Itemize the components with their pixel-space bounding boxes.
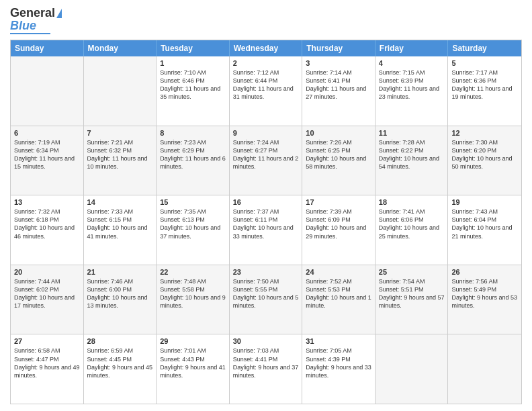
day-number: 15 (160, 198, 226, 206)
calendar-cell-17: 17Sunrise: 7:39 AM Sunset: 6:09 PM Dayli… (302, 195, 375, 265)
day-number: 23 (233, 268, 299, 276)
day-number: 26 (451, 268, 518, 276)
day-number: 27 (14, 337, 80, 345)
day-info: Sunrise: 7:54 AM Sunset: 5:51 PM Dayligh… (379, 277, 445, 310)
day-number: 18 (379, 198, 445, 206)
calendar-cell-13: 13Sunrise: 7:32 AM Sunset: 6:18 PM Dayli… (11, 195, 84, 265)
calendar-cell-1: 1Sunrise: 7:10 AM Sunset: 6:46 PM Daylig… (157, 56, 230, 126)
day-info: Sunrise: 7:35 AM Sunset: 6:13 PM Dayligh… (160, 208, 226, 240)
day-info: Sunrise: 7:30 AM Sunset: 6:20 PM Dayligh… (451, 138, 518, 171)
calendar-cell-11: 11Sunrise: 7:28 AM Sunset: 6:22 PM Dayli… (375, 126, 449, 195)
day-info: Sunrise: 7:10 AM Sunset: 6:46 PM Dayligh… (160, 68, 226, 101)
calendar-cell-9: 9Sunrise: 7:24 AM Sunset: 6:27 PM Daylig… (230, 126, 303, 195)
calendar-header: SundayMondayTuesdayWednesdayThursdayFrid… (11, 40, 521, 56)
day-number: 2 (233, 59, 299, 67)
calendar-cell-20: 20Sunrise: 7:44 AM Sunset: 6:02 PM Dayli… (11, 265, 84, 334)
day-info: Sunrise: 7:01 AM Sunset: 4:43 PM Dayligh… (160, 347, 226, 379)
day-info: Sunrise: 7:28 AM Sunset: 6:22 PM Dayligh… (379, 138, 445, 171)
calendar-cell-5: 5Sunrise: 7:17 AM Sunset: 6:36 PM Daylig… (448, 56, 521, 126)
day-info: Sunrise: 7:32 AM Sunset: 6:18 PM Dayligh… (14, 208, 80, 240)
calendar-cell-empty-4-6 (448, 334, 521, 404)
day-info: Sunrise: 7:26 AM Sunset: 6:25 PM Dayligh… (306, 138, 371, 171)
day-number: 17 (306, 198, 371, 206)
day-number: 25 (379, 268, 445, 276)
day-number: 10 (306, 129, 371, 137)
day-number: 31 (306, 337, 371, 345)
calendar-cell-25: 25Sunrise: 7:54 AM Sunset: 5:51 PM Dayli… (375, 265, 449, 334)
day-number: 29 (160, 337, 226, 345)
day-number: 24 (306, 268, 371, 276)
calendar-cell-28: 28Sunrise: 6:59 AM Sunset: 4:45 PM Dayli… (84, 334, 157, 404)
day-info: Sunrise: 7:21 AM Sunset: 6:32 PM Dayligh… (87, 138, 153, 171)
calendar-cell-2: 2Sunrise: 7:12 AM Sunset: 6:44 PM Daylig… (230, 56, 303, 126)
calendar-cell-23: 23Sunrise: 7:50 AM Sunset: 5:55 PM Dayli… (230, 265, 303, 334)
day-number: 8 (160, 129, 226, 137)
day-info: Sunrise: 7:17 AM Sunset: 6:36 PM Dayligh… (451, 68, 518, 101)
calendar-row-4: 27Sunrise: 6:58 AM Sunset: 4:47 PM Dayli… (11, 334, 521, 404)
calendar-cell-7: 7Sunrise: 7:21 AM Sunset: 6:32 PM Daylig… (84, 126, 157, 195)
day-info: Sunrise: 7:33 AM Sunset: 6:15 PM Dayligh… (87, 208, 153, 240)
day-number: 20 (14, 268, 80, 276)
day-info: Sunrise: 7:03 AM Sunset: 4:41 PM Dayligh… (233, 347, 299, 379)
calendar-cell-empty-0-1 (84, 56, 157, 126)
calendar-cell-19: 19Sunrise: 7:43 AM Sunset: 6:04 PM Dayli… (448, 195, 521, 265)
day-info: Sunrise: 7:50 AM Sunset: 5:55 PM Dayligh… (233, 277, 299, 310)
calendar-cell-15: 15Sunrise: 7:35 AM Sunset: 6:13 PM Dayli… (157, 195, 230, 265)
calendar-row-1: 6Sunrise: 7:19 AM Sunset: 6:34 PM Daylig… (11, 126, 521, 195)
logo: General Blue (10, 7, 62, 34)
day-number: 16 (233, 198, 299, 206)
day-info: Sunrise: 7:15 AM Sunset: 6:39 PM Dayligh… (379, 68, 445, 101)
calendar-cell-empty-4-5 (375, 334, 449, 404)
day-number: 11 (379, 129, 445, 137)
day-number: 13 (14, 198, 80, 206)
header: General Blue (10, 7, 522, 34)
calendar-cell-30: 30Sunrise: 7:03 AM Sunset: 4:41 PM Dayli… (230, 334, 303, 404)
calendar-cell-empty-0-0 (11, 56, 84, 126)
day-info: Sunrise: 7:39 AM Sunset: 6:09 PM Dayligh… (306, 208, 371, 240)
day-number: 6 (14, 129, 80, 137)
day-info: Sunrise: 7:43 AM Sunset: 6:04 PM Dayligh… (451, 208, 518, 240)
calendar-cell-10: 10Sunrise: 7:26 AM Sunset: 6:25 PM Dayli… (302, 126, 375, 195)
day-number: 19 (451, 198, 518, 206)
calendar-cell-16: 16Sunrise: 7:37 AM Sunset: 6:11 PM Dayli… (230, 195, 303, 265)
logo-blue-text: Blue (10, 19, 36, 32)
day-number: 30 (233, 337, 299, 345)
calendar-cell-26: 26Sunrise: 7:56 AM Sunset: 5:49 PM Dayli… (448, 265, 521, 334)
calendar-cell-29: 29Sunrise: 7:01 AM Sunset: 4:43 PM Dayli… (157, 334, 230, 404)
day-info: Sunrise: 7:56 AM Sunset: 5:49 PM Dayligh… (451, 277, 518, 310)
calendar-cell-8: 8Sunrise: 7:23 AM Sunset: 6:29 PM Daylig… (157, 126, 230, 195)
calendar-cell-12: 12Sunrise: 7:30 AM Sunset: 6:20 PM Dayli… (448, 126, 521, 195)
day-number: 21 (87, 268, 153, 276)
calendar-row-3: 20Sunrise: 7:44 AM Sunset: 6:02 PM Dayli… (11, 265, 521, 334)
calendar-body: 1Sunrise: 7:10 AM Sunset: 6:46 PM Daylig… (11, 56, 521, 404)
day-info: Sunrise: 6:59 AM Sunset: 4:45 PM Dayligh… (87, 347, 153, 379)
day-number: 4 (379, 59, 445, 67)
calendar-row-2: 13Sunrise: 7:32 AM Sunset: 6:18 PM Dayli… (11, 195, 521, 265)
calendar-cell-3: 3Sunrise: 7:14 AM Sunset: 6:41 PM Daylig… (302, 56, 375, 126)
header-day-friday: Friday (375, 40, 449, 56)
day-number: 9 (233, 129, 299, 137)
header-day-thursday: Thursday (302, 40, 375, 56)
header-day-tuesday: Tuesday (157, 40, 230, 56)
logo-triangle-icon (56, 9, 62, 18)
day-number: 1 (160, 59, 226, 67)
day-info: Sunrise: 7:12 AM Sunset: 6:44 PM Dayligh… (233, 68, 299, 101)
day-info: Sunrise: 6:58 AM Sunset: 4:47 PM Dayligh… (14, 347, 80, 379)
calendar: SundayMondayTuesdayWednesdayThursdayFrid… (10, 40, 522, 404)
day-info: Sunrise: 7:46 AM Sunset: 6:00 PM Dayligh… (87, 277, 153, 310)
day-number: 7 (87, 129, 153, 137)
calendar-cell-27: 27Sunrise: 6:58 AM Sunset: 4:47 PM Dayli… (11, 334, 84, 404)
day-info: Sunrise: 7:48 AM Sunset: 5:58 PM Dayligh… (160, 277, 226, 310)
calendar-cell-14: 14Sunrise: 7:33 AM Sunset: 6:15 PM Dayli… (84, 195, 157, 265)
calendar-cell-24: 24Sunrise: 7:52 AM Sunset: 5:53 PM Dayli… (302, 265, 375, 334)
calendar-cell-31: 31Sunrise: 7:05 AM Sunset: 4:39 PM Dayli… (302, 334, 375, 404)
calendar-cell-22: 22Sunrise: 7:48 AM Sunset: 5:58 PM Dayli… (157, 265, 230, 334)
day-info: Sunrise: 7:19 AM Sunset: 6:34 PM Dayligh… (14, 138, 80, 171)
header-day-saturday: Saturday (448, 40, 521, 56)
header-day-sunday: Sunday (11, 40, 84, 56)
day-info: Sunrise: 7:37 AM Sunset: 6:11 PM Dayligh… (233, 208, 299, 240)
day-number: 28 (87, 337, 153, 345)
day-info: Sunrise: 7:14 AM Sunset: 6:41 PM Dayligh… (306, 68, 371, 101)
calendar-cell-21: 21Sunrise: 7:46 AM Sunset: 6:00 PM Dayli… (84, 265, 157, 334)
day-info: Sunrise: 7:44 AM Sunset: 6:02 PM Dayligh… (14, 277, 80, 310)
